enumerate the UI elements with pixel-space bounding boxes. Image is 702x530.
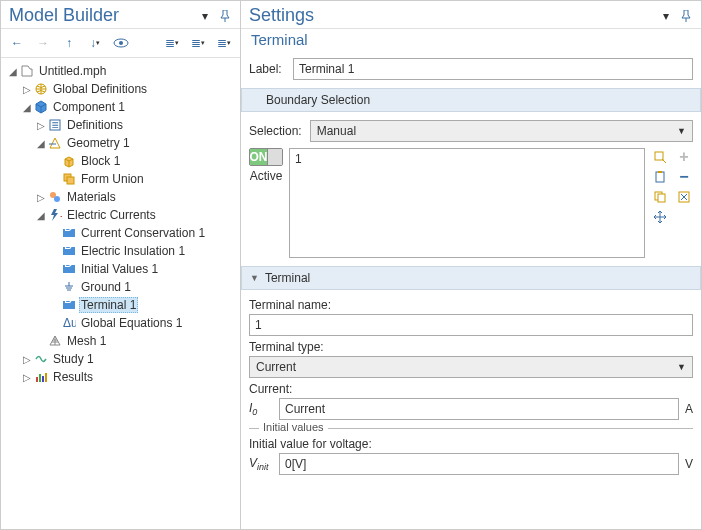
tree-geometry[interactable]: ◢Geometry 1 <box>3 134 238 152</box>
section-title: Terminal <box>265 271 310 285</box>
init-voltage-input[interactable] <box>279 453 679 475</box>
minimize-icon[interactable]: ▾ <box>659 9 673 23</box>
tree-gnd[interactable]: Ground 1 <box>3 278 238 296</box>
nav-fwd-button[interactable]: → <box>33 33 53 53</box>
clear-icon[interactable] <box>677 190 691 204</box>
minimize-icon[interactable]: ▾ <box>198 9 212 23</box>
add-icon[interactable]: + <box>677 150 691 164</box>
active-toggle[interactable]: ON <box>249 148 283 166</box>
tree-mesh[interactable]: Mesh 1 <box>3 332 238 350</box>
list-button[interactable]: ≣▾ <box>214 33 234 53</box>
svg-rect-22 <box>45 373 47 382</box>
selection-list[interactable]: 1 <box>289 148 645 258</box>
tree-ge[interactable]: ΔuGlobal Equations 1 <box>3 314 238 332</box>
model-builder-toolbar: ← → ↑ ↓▾ ≣▾ ≣▾ ≣▾ <box>1 29 240 58</box>
results-icon <box>33 369 49 385</box>
settings-title: Settings <box>249 5 314 26</box>
move-icon[interactable] <box>653 210 667 224</box>
voltage-var: Vinit <box>249 456 273 472</box>
svg-rect-27 <box>658 194 665 202</box>
tree-materials[interactable]: ▷Materials <box>3 188 238 206</box>
twisty-icon[interactable]: ▷ <box>21 354 33 365</box>
init-voltage-caption: Initial value for voltage: <box>249 437 693 451</box>
active-caption: Active <box>250 169 283 183</box>
current-unit: A <box>685 402 693 416</box>
svg-rect-25 <box>658 171 662 173</box>
model-builder-title: Model Builder <box>9 5 119 26</box>
twisty-icon[interactable]: ▷ <box>35 120 47 131</box>
svg-rect-21 <box>42 376 44 382</box>
tree-iv[interactable]: DInitial Values 1 <box>3 260 238 278</box>
twisty-icon[interactable]: ◢ <box>21 102 33 113</box>
collapse-button[interactable]: ≣▾ <box>162 33 182 53</box>
twisty-icon[interactable]: ▷ <box>21 372 33 383</box>
move-down-button[interactable]: ↓▾ <box>85 33 105 53</box>
globe-icon <box>33 81 49 97</box>
selection-caption: Selection: <box>249 124 302 138</box>
pin-icon[interactable] <box>218 9 232 23</box>
label-input[interactable] <box>293 58 693 80</box>
tree-component[interactable]: ◢Component 1 <box>3 98 238 116</box>
initial-values-fieldset: Initial values <box>249 428 693 433</box>
tree-terminal[interactable]: BTerminal 1 <box>3 296 238 314</box>
pin-icon[interactable] <box>679 9 693 23</box>
tree-block[interactable]: Block 1 <box>3 152 238 170</box>
current-input[interactable] <box>279 398 679 420</box>
tree-ei[interactable]: BElectric Insulation 1 <box>3 242 238 260</box>
expand-button[interactable]: ≣▾ <box>188 33 208 53</box>
model-builder-panel: Model Builder ▾ ← → ↑ ↓▾ ≣▾ ≣▾ ≣▾ ◢Untit… <box>1 1 241 529</box>
mesh-icon <box>47 333 63 349</box>
twisty-icon[interactable]: ◢ <box>7 66 19 77</box>
svg-rect-6 <box>67 177 74 184</box>
terminal-name-input[interactable] <box>249 314 693 336</box>
iv-icon: D <box>61 261 77 277</box>
tree-cc[interactable]: DCurrent Conservation 1 <box>3 224 238 242</box>
svg-rect-19 <box>36 377 38 382</box>
svg-point-8 <box>54 196 60 202</box>
list-item[interactable]: 1 <box>295 152 639 166</box>
remove-icon[interactable]: − <box>677 170 691 184</box>
ei-icon: B <box>61 243 77 259</box>
show-button[interactable] <box>111 33 131 53</box>
ge-icon: Δu <box>61 315 77 331</box>
svg-text:+: + <box>60 210 62 222</box>
selection-dropdown[interactable]: Manual ▼ <box>310 120 693 142</box>
zoom-to-selection-icon[interactable] <box>653 150 667 164</box>
twisty-icon[interactable]: ▷ <box>35 192 47 203</box>
tree-study[interactable]: ▷Study 1 <box>3 350 238 368</box>
svg-rect-20 <box>39 374 41 382</box>
tree-results[interactable]: ▷Results <box>3 368 238 386</box>
twisty-icon[interactable]: ◢ <box>35 210 47 221</box>
geometry-icon <box>47 135 63 151</box>
tree-root[interactable]: ◢Untitled.mph <box>3 62 238 80</box>
svg-rect-24 <box>656 172 664 182</box>
twisty-icon[interactable]: ◢ <box>35 138 47 149</box>
paste-selection-icon[interactable] <box>653 170 667 184</box>
move-up-button[interactable]: ↑ <box>59 33 79 53</box>
section-terminal[interactable]: ▼ Terminal <box>241 266 701 290</box>
terminal-name-caption: Terminal name: <box>249 298 693 312</box>
initial-values-legend: Initial values <box>259 421 328 433</box>
tree-formunion[interactable]: Form Union <box>3 170 238 188</box>
nav-back-button[interactable]: ← <box>7 33 27 53</box>
chevron-down-icon: ▼ <box>677 362 686 372</box>
voltage-unit: V <box>685 457 693 471</box>
model-tree[interactable]: ◢Untitled.mph ▷Global Definitions ◢Compo… <box>1 58 240 529</box>
settings-body: Label: Boundary Selection Selection: Man… <box>241 54 701 529</box>
collapse-arrow-icon: ▼ <box>250 273 259 283</box>
terminal-type-dropdown[interactable]: Current ▼ <box>249 356 693 378</box>
tree-ec[interactable]: ◢+Electric Currents <box>3 206 238 224</box>
definitions-icon: ≡ <box>47 117 63 133</box>
svg-text:D: D <box>64 262 73 270</box>
section-boundary-selection[interactable]: Boundary Selection <box>241 88 701 112</box>
tree-definitions[interactable]: ▷≡Definitions <box>3 116 238 134</box>
settings-panel: Settings ▾ Terminal Label: Boundary Sele… <box>241 1 701 529</box>
twisty-icon[interactable]: ▷ <box>21 84 33 95</box>
svg-text:B: B <box>64 298 72 306</box>
svg-text:Δu: Δu <box>63 316 76 330</box>
model-builder-header: Model Builder ▾ <box>1 1 240 29</box>
ground-icon <box>61 279 77 295</box>
copy-selection-icon[interactable] <box>653 190 667 204</box>
tree-globaldefs[interactable]: ▷Global Definitions <box>3 80 238 98</box>
svg-rect-23 <box>655 152 663 160</box>
